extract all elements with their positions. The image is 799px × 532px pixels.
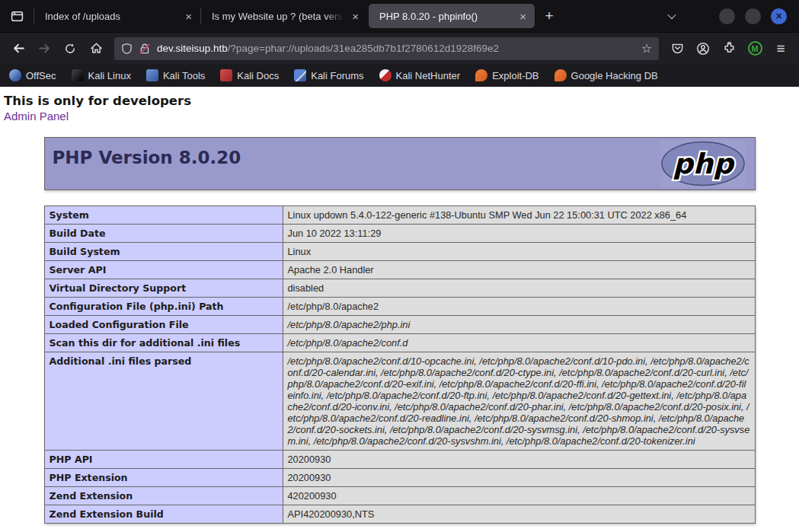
- tab-index-of-uploads[interactable]: Index of /uploads ×: [34, 0, 200, 32]
- firefox-view-button[interactable]: [0, 0, 34, 32]
- bookmark-label: Kali Tools: [163, 70, 205, 81]
- table-row: SystemLinux updown 5.4.0-122-generic #13…: [44, 206, 755, 225]
- url-domain: dev.siteisup.htb: [157, 43, 228, 54]
- table-row: Zend Extension BuildAPI420200930,NTS: [44, 505, 755, 524]
- url-bar[interactable]: dev.siteisup.htb/?page=phar://uploads/31…: [114, 37, 659, 60]
- bookmark-kali-tools[interactable]: Kali Tools: [146, 69, 205, 81]
- url-path: /?page=phar://uploads/31ea285db7b1f27806…: [228, 43, 499, 54]
- back-button[interactable]: [6, 37, 30, 61]
- bookmark-label: Google Hacking DB: [571, 70, 658, 81]
- bookmark-star-icon[interactable]: ☆: [641, 41, 652, 56]
- window-close-icon: ×: [775, 11, 781, 21]
- admin-panel-link[interactable]: Admin Panel: [4, 110, 69, 123]
- kali-tools-favicon-icon: [146, 69, 158, 81]
- insecure-connection-lock-icon[interactable]: [139, 43, 151, 55]
- app-menu-button[interactable]: ≡: [769, 37, 793, 61]
- close-tab-icon[interactable]: ×: [517, 10, 529, 23]
- table-row: Configuration File (php.ini) Path/etc/ph…: [44, 298, 755, 316]
- hamburger-menu-icon: ≡: [776, 40, 785, 57]
- ghdb-favicon-icon: [555, 69, 567, 81]
- forward-button[interactable]: [32, 37, 56, 61]
- maximize-button[interactable]: [745, 8, 761, 24]
- pocket-icon: [671, 42, 684, 55]
- new-tab-button[interactable]: +: [536, 4, 562, 28]
- bookmark-label: Kali Docs: [237, 70, 279, 81]
- table-row: PHP API20200930: [44, 451, 755, 469]
- tab-title: Index of /uploads: [45, 11, 178, 22]
- php-version-title: PHP Version 8.0.20: [53, 148, 241, 167]
- exploit-db-favicon-icon: [475, 69, 487, 81]
- close-tab-icon[interactable]: ×: [183, 10, 194, 23]
- table-row: Build SystemLinux: [44, 243, 755, 261]
- kali-nethunter-favicon-icon: [379, 69, 392, 81]
- tab-is-my-website-up[interactable]: Is my Website up ? (beta versi ×: [201, 0, 367, 32]
- home-button[interactable]: [84, 37, 108, 61]
- chevron-down-icon: [667, 11, 676, 19]
- kali-forums-favicon-icon: [294, 69, 306, 81]
- kali-docs-favicon-icon: [220, 69, 232, 81]
- bookmark-kali-docs[interactable]: Kali Docs: [220, 69, 279, 81]
- tab-phpinfo-active[interactable]: PHP 8.0.20 - phpinfo() ×: [369, 4, 535, 28]
- bookmark-label: Kali Linux: [88, 70, 131, 81]
- puzzle-piece-icon: [723, 42, 736, 55]
- table-row: PHP Extension20200930: [44, 469, 755, 487]
- bookmark-kali-nethunter[interactable]: Kali NetHunter: [379, 69, 461, 81]
- table-row: Loaded Configuration File/etc/php/8.0/ap…: [44, 316, 755, 334]
- tracking-protection-shield-icon[interactable]: [121, 43, 133, 55]
- bookmark-label: OffSec: [26, 70, 56, 81]
- page-content: This is only for developers Admin Panel …: [0, 87, 799, 532]
- bookmark-label: Exploit-DB: [492, 70, 539, 81]
- bookmark-google-hacking-db[interactable]: Google Hacking DB: [555, 69, 658, 81]
- bookmark-label: Kali NetHunter: [396, 70, 461, 81]
- back-icon: [12, 42, 25, 55]
- window-controls: ×: [719, 8, 787, 24]
- navigation-toolbar: dev.siteisup.htb/?page=phar://uploads/31…: [0, 32, 799, 64]
- firefox-view-icon: [11, 10, 24, 23]
- bookmark-label: Kali Forums: [311, 70, 363, 81]
- extension-m-button[interactable]: M: [743, 37, 767, 61]
- account-icon: [696, 42, 710, 56]
- close-tab-icon[interactable]: ×: [350, 10, 361, 23]
- phpinfo-container: PHP Version 8.0.20 php SystemLinux updow…: [44, 137, 756, 524]
- reload-button[interactable]: [58, 37, 82, 61]
- bookmark-offsec[interactable]: OffSec: [9, 69, 56, 81]
- svg-text:php: php: [673, 148, 735, 180]
- phpinfo-table: SystemLinux updown 5.4.0-122-generic #13…: [44, 205, 756, 524]
- table-row: Zend Extension420200930: [44, 487, 755, 505]
- bookmark-exploit-db[interactable]: Exploit-DB: [475, 69, 539, 81]
- php-logo: php: [660, 140, 746, 187]
- bookmark-kali-linux[interactable]: Kali Linux: [72, 69, 131, 81]
- table-row: Build DateJun 10 2022 13:11:29: [44, 225, 755, 243]
- reload-icon: [64, 43, 76, 55]
- forward-icon: [38, 42, 51, 55]
- list-all-tabs-button[interactable]: [660, 4, 684, 28]
- tab-title: Is my Website up ? (beta versi: [212, 11, 345, 22]
- minimize-button[interactable]: [719, 8, 735, 24]
- table-row: Additional .ini files parsed/etc/php/8.0…: [44, 352, 755, 451]
- browser-window: Index of /uploads × Is my Website up ? (…: [0, 0, 799, 532]
- extension-m-icon: M: [748, 41, 762, 56]
- page-heading: This is only for developers: [4, 94, 799, 108]
- table-row: Server APIApache 2.0 Handler: [44, 261, 755, 279]
- close-window-button[interactable]: ×: [771, 8, 787, 24]
- table-row: Virtual Directory Supportdisabled: [44, 279, 755, 298]
- extensions-button[interactable]: [717, 37, 741, 61]
- url-text[interactable]: dev.siteisup.htb/?page=phar://uploads/31…: [157, 43, 635, 54]
- bookmarks-toolbar: OffSec Kali Linux Kali Tools Kali Docs K…: [0, 64, 799, 87]
- bookmark-kali-forums[interactable]: Kali Forums: [294, 69, 363, 81]
- home-icon: [90, 42, 103, 55]
- table-row: Scan this dir for additional .ini files/…: [44, 334, 755, 352]
- account-button[interactable]: [691, 37, 715, 61]
- kali-dragon-favicon-icon: [72, 69, 84, 81]
- php-version-header: PHP Version 8.0.20 php: [44, 137, 756, 190]
- tab-title: PHP 8.0.20 - phpinfo(): [379, 11, 513, 22]
- tab-bar: Index of /uploads × Is my Website up ? (…: [0, 0, 799, 32]
- pocket-button[interactable]: [665, 37, 689, 61]
- offsec-favicon-icon: [9, 69, 21, 81]
